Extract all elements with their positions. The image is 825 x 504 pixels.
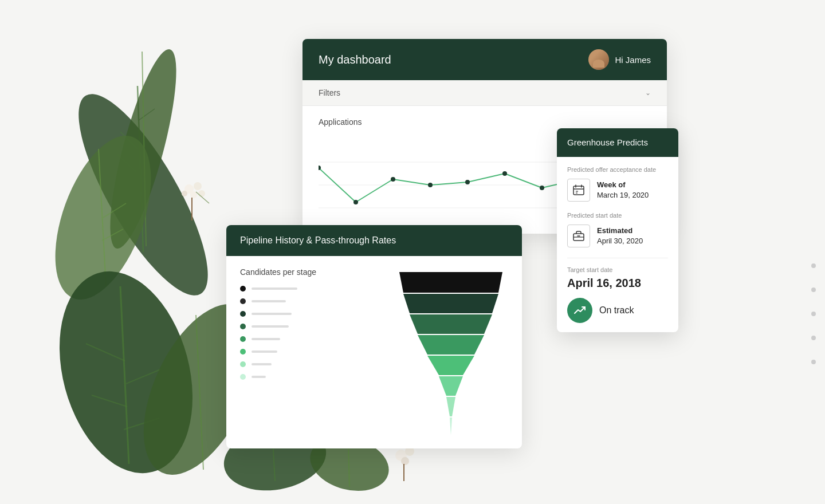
scatter-dot: [811, 360, 816, 364]
stage-dot: [240, 374, 246, 380]
svg-rect-54: [573, 186, 584, 195]
list-item: [240, 336, 382, 342]
start-date-value: April 30, 2020: [597, 237, 643, 245]
divider: [567, 258, 668, 258]
start-item: Estimated April 30, 2020: [567, 225, 668, 247]
funnel-chart: [394, 267, 508, 438]
pipeline-title: Pipeline History & Pass-through Rates: [240, 235, 396, 245]
offer-item: Week of March 19, 2020: [567, 179, 668, 202]
predicts-body: Predicted offer acceptance date Week of …: [557, 157, 678, 332]
pipeline-card: Pipeline History & Pass-through Rates Ca…: [226, 225, 522, 448]
briefcase-icon-box: [567, 225, 590, 247]
list-item: [240, 324, 382, 329]
svg-point-41: [465, 180, 470, 184]
scatter-dots: [811, 263, 825, 364]
start-date-text: Estimated April 30, 2020: [597, 226, 643, 246]
stage-bar: [252, 351, 277, 353]
greeting-text: Hi James: [615, 55, 651, 65]
list-item: [240, 286, 382, 292]
offer-date-line2: March 19, 2020: [597, 191, 649, 199]
target-label: Target start date: [567, 266, 668, 273]
predicts-header: Greenhouse Predicts: [557, 128, 678, 157]
stage-bar: [252, 313, 292, 315]
svg-point-32: [401, 457, 409, 465]
svg-marker-50: [427, 356, 474, 375]
on-track-row: On track: [567, 298, 668, 323]
svg-marker-51: [439, 376, 463, 396]
stage-dot: [240, 349, 246, 355]
chevron-down-icon: ⌄: [645, 89, 651, 97]
target-date: April 16, 2018: [567, 277, 668, 290]
start-date-section: Predicted start date Estimated April 30,…: [567, 212, 668, 247]
svg-point-40: [428, 183, 433, 187]
predicts-title: Greenhouse Predicts: [567, 137, 648, 147]
candidates-section: Candidates per stage: [240, 267, 382, 438]
svg-point-23: [198, 190, 205, 197]
stage-bar: [252, 363, 272, 365]
dashboard-title: My dashboard: [319, 53, 391, 66]
stage-bar: [252, 288, 297, 290]
svg-point-22: [182, 191, 187, 196]
offer-date-line1: Week of: [597, 180, 649, 190]
svg-point-43: [540, 186, 544, 190]
svg-point-20: [194, 182, 202, 190]
on-track-text: On track: [599, 305, 634, 316]
svg-marker-48: [410, 314, 492, 334]
stage-list: [240, 286, 382, 380]
stage-dot: [240, 286, 246, 292]
svg-marker-46: [399, 272, 502, 293]
stage-dot: [240, 311, 246, 317]
scatter-dot: [811, 336, 816, 340]
stage-dot: [240, 361, 246, 367]
offer-label: Predicted offer acceptance date: [567, 166, 668, 173]
svg-marker-49: [418, 335, 484, 355]
svg-point-38: [353, 200, 358, 204]
trending-up-icon: [573, 304, 586, 317]
svg-marker-52: [446, 397, 455, 416]
stage-dot: [240, 336, 246, 342]
predicts-card: Greenhouse Predicts Predicted offer acce…: [557, 128, 678, 332]
filters-bar[interactable]: Filters ⌄: [302, 80, 667, 106]
svg-point-39: [391, 177, 395, 182]
list-item: [240, 374, 382, 380]
svg-marker-47: [403, 294, 498, 313]
list-item: [240, 349, 382, 355]
pipeline-header: Pipeline History & Pass-through Rates: [226, 225, 522, 256]
user-greeting: Hi James: [588, 49, 651, 70]
offer-section: Predicted offer acceptance date Week of …: [567, 166, 668, 202]
candidates-title: Candidates per stage: [240, 267, 382, 277]
pipeline-body: Candidates per stage: [226, 256, 522, 448]
start-label: Predicted start date: [567, 212, 668, 219]
dashboard-header: My dashboard Hi James: [302, 39, 667, 80]
stage-bar: [252, 325, 289, 328]
on-track-badge: [567, 298, 592, 323]
start-estimated-label: Estimated: [597, 226, 643, 236]
stage-bar: [252, 338, 280, 340]
briefcase-icon: [572, 230, 585, 242]
list-item: [240, 311, 382, 317]
filters-label: Filters: [319, 88, 340, 97]
stage-bar: [252, 376, 266, 378]
stage-dot: [240, 324, 246, 329]
list-item: [240, 298, 382, 304]
scatter-dot: [811, 288, 816, 292]
scatter-dot: [811, 312, 816, 316]
calendar-lines-icon: [572, 184, 585, 196]
calendar-icon-box: [567, 179, 590, 202]
stage-dot: [240, 298, 246, 304]
stage-bar: [252, 300, 286, 302]
list-item: [240, 361, 382, 367]
chart-label: Applications: [319, 117, 651, 127]
svg-point-42: [502, 171, 507, 176]
svg-marker-53: [450, 418, 452, 435]
avatar: [588, 49, 609, 70]
scatter-dot: [811, 263, 816, 268]
offer-date-text: Week of March 19, 2020: [597, 180, 649, 200]
